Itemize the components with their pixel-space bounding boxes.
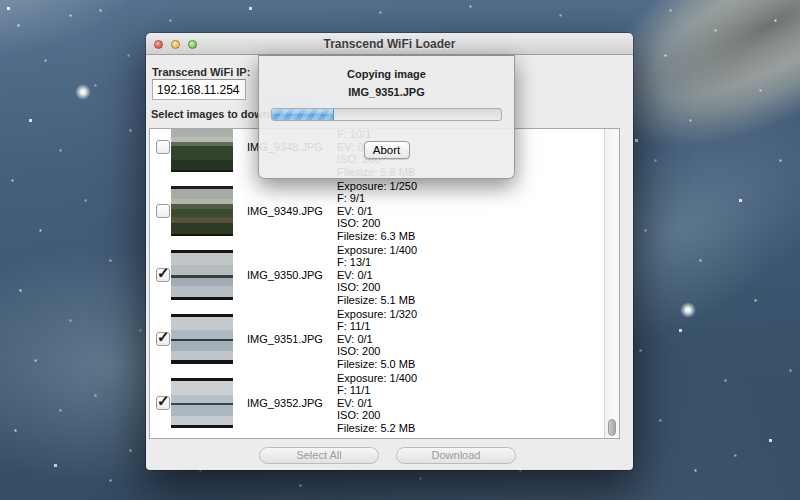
exif-ev: EV: 0/1 [337, 269, 417, 282]
exif-info: Exposure: 1/400 F: 11/1 EV: 0/1 ISO: 200… [337, 372, 417, 435]
progress-fill [272, 109, 334, 120]
image-filename: IMG_9351.JPG [247, 333, 333, 345]
abort-button[interactable]: Abort [364, 141, 410, 159]
exif-exposure: Exposure: 1/400 [337, 372, 417, 385]
image-checkbox[interactable]: ✓ [156, 140, 170, 154]
progress-bar [271, 108, 502, 121]
app-window: Transcend WiFi Loader Transcend WiFi IP:… [146, 33, 633, 470]
exif-exposure: Exposure: 1/250 [337, 180, 417, 193]
image-filename: IMG_9349.JPG [247, 205, 333, 217]
image-row[interactable]: ✓ IMG_9351.JPG Exposure: 1/320 F: 11/1 E… [150, 307, 604, 371]
exif-f: F: 9/1 [337, 192, 417, 205]
star-field [0, 0, 1, 1]
exif-iso: ISO: 200 [337, 281, 417, 294]
image-checkbox[interactable]: ✓ [156, 268, 170, 282]
bright-star [75, 84, 91, 100]
exif-exposure: Exposure: 1/400 [337, 244, 417, 257]
sheet-filename: IMG_9351.JPG [259, 86, 514, 98]
scrollbar[interactable] [604, 129, 619, 438]
exif-filesize: Filesize: 5.1 MB [337, 294, 417, 307]
select-all-button[interactable]: Select All [259, 447, 379, 464]
bright-star [680, 302, 696, 318]
image-thumbnail [171, 378, 233, 428]
scrollbar-thumb[interactable] [608, 419, 616, 436]
exif-f: F: 11/1 [337, 384, 417, 397]
exif-filesize: Filesize: 6.3 MB [337, 230, 417, 243]
exif-exposure: Exposure: 1/320 [337, 308, 417, 321]
check-icon: ✓ [157, 392, 170, 410]
check-icon: ✓ [157, 328, 170, 346]
image-thumbnail [171, 314, 233, 364]
titlebar[interactable]: Transcend WiFi Loader [146, 33, 633, 55]
exif-info: Exposure: 1/400 F: 13/1 EV: 0/1 ISO: 200… [337, 244, 417, 307]
exif-ev: EV: 0/1 [337, 333, 417, 346]
exif-iso: ISO: 200 [337, 217, 417, 230]
download-button[interactable]: Download [396, 447, 516, 464]
image-row[interactable]: ✓ IMG_9352.JPG Exposure: 1/400 F: 11/1 E… [150, 371, 604, 435]
copy-progress-sheet: Copying image IMG_9351.JPG Abort [258, 55, 515, 179]
exif-f: F: 11/1 [337, 320, 417, 333]
check-icon: ✓ [157, 264, 170, 282]
image-thumbnail [171, 250, 233, 300]
image-checkbox[interactable]: ✓ [156, 332, 170, 346]
exif-info: Exposure: 1/250 F: 9/1 EV: 0/1 ISO: 200 … [337, 180, 417, 243]
image-checkbox[interactable]: ✓ [156, 204, 170, 218]
exif-f: F: 13/1 [337, 256, 417, 269]
exif-filesize: Filesize: 5.2 MB [337, 422, 417, 435]
image-row[interactable]: ✓ IMG_9349.JPG Exposure: 1/250 F: 9/1 EV… [150, 179, 604, 243]
exif-filesize: Filesize: 5.0 MB [337, 358, 417, 371]
sheet-title: Copying image [259, 68, 514, 80]
exif-iso: ISO: 200 [337, 345, 417, 358]
image-filename: IMG_9352.JPG [247, 397, 333, 409]
window-title: Transcend WiFi Loader [146, 37, 633, 51]
exif-iso: ISO: 200 [337, 409, 417, 422]
image-filename: IMG_9350.JPG [247, 269, 333, 281]
image-row[interactable]: ✓ IMG_9350.JPG Exposure: 1/400 F: 13/1 E… [150, 243, 604, 307]
exif-ev: EV: 0/1 [337, 205, 417, 218]
ip-input[interactable] [152, 79, 246, 100]
ip-label: Transcend WiFi IP: [152, 66, 250, 78]
exif-ev: EV: 0/1 [337, 397, 417, 410]
image-checkbox[interactable]: ✓ [156, 396, 170, 410]
image-thumbnail [171, 186, 233, 236]
image-thumbnail [171, 128, 233, 172]
exif-info: Exposure: 1/320 F: 11/1 EV: 0/1 ISO: 200… [337, 308, 417, 371]
